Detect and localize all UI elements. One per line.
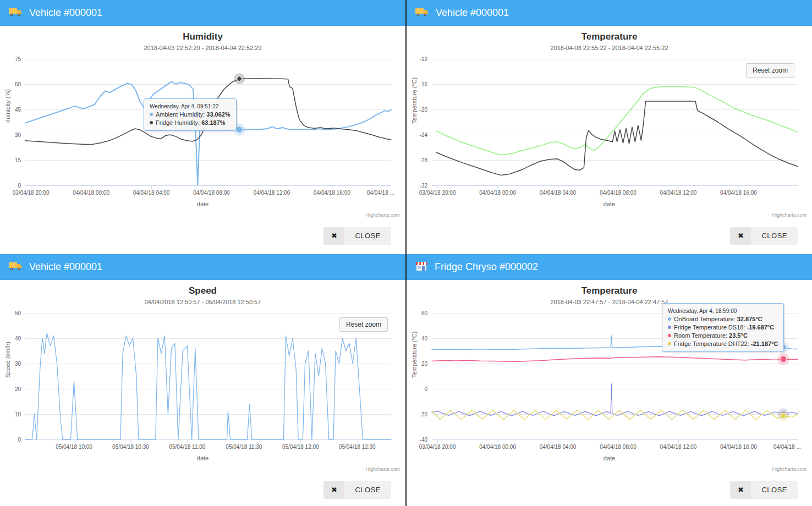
panel-header: Fridge Chryso #000002	[407, 254, 812, 280]
x-tick-label: 04/04/18 16:00	[720, 190, 757, 196]
series-line-speed	[25, 333, 391, 439]
y-tick-label: 0	[18, 437, 21, 443]
y-tick-label: -16	[420, 81, 427, 87]
tooltip-series-label: Fridge Temperature DHT22:	[674, 340, 751, 347]
humidity-plot[interactable]: Humidity (%) Wednesday, Apr 4, 09:51:22A…	[25, 59, 391, 185]
x-tick-label: 03/04/18 20:00	[419, 190, 456, 196]
panel-header: Vehicle #000001	[0, 0, 405, 26]
tooltip-header: Wednesday, Apr 4, 09:51:22	[150, 103, 231, 109]
tooltip-series-label: OnBoard Temperature:	[674, 316, 737, 322]
tooltip-row: Ambient Humidity: 33.062%	[150, 111, 231, 118]
close-icon: ✖	[730, 481, 751, 499]
close-button[interactable]: ✖ CLOSE	[323, 481, 391, 499]
panel-vehicle-humidity: Vehicle #000001 Humidity 2018-04-03 22:5…	[0, 0, 405, 252]
tooltip-row: Room Temperature: 23.5°C	[668, 332, 778, 339]
chart-area: Humidity 2018-04-03 22:52:29 - 2018-04-0…	[0, 26, 405, 219]
close-button[interactable]: ✖ CLOSE	[730, 481, 798, 499]
y-tick-label: 10	[15, 411, 21, 417]
x-tick-label: 04/04/18 04:00	[540, 444, 577, 450]
series-dot-icon	[668, 334, 671, 337]
tooltip-header: Wednesday, Apr 4, 18:59:00	[668, 308, 778, 314]
reset-zoom-button[interactable]: Reset zoom	[339, 317, 388, 332]
store-icon	[415, 261, 428, 274]
tooltip-series-value: 33.062%	[206, 111, 230, 118]
chart-subtitle: 04/04/2018 12:50:57 - 05/04/2018 12:50:5…	[0, 299, 405, 306]
close-icon: ✖	[730, 227, 751, 245]
x-tick-label: 04/04/18 04:00	[540, 190, 577, 196]
y-axis-label: Speed (km/h)	[4, 342, 11, 378]
y-tick-label: 20	[15, 386, 21, 392]
y-tick-label: 0	[18, 183, 21, 189]
x-tick-label: 03/04/18 20:00	[13, 190, 50, 196]
highcharts-credits[interactable]: Highcharts.com	[772, 212, 806, 218]
y-tick-label: -12	[420, 56, 427, 62]
panel-fridge-temperature: Fridge Chryso #000002 Temperature 2018-0…	[407, 254, 812, 506]
x-tick-label: 04/04/18 12:00	[660, 190, 697, 196]
speed-plot[interactable]: Speed (km/h) Reset zoom 0102030405005/04…	[25, 313, 391, 439]
panel-footer: ✖ CLOSE	[407, 474, 812, 506]
fridge-temperature-plot[interactable]: Temperature (°C) Wednesday, Apr 4, 18:59…	[432, 313, 798, 439]
tooltip-row: Fridge Temperature DHT22: -21.187°C	[668, 340, 778, 347]
x-tick-label: 04/04/18 04:00	[133, 190, 170, 196]
close-button[interactable]: ✖ CLOSE	[323, 227, 391, 245]
dashboard: Vehicle #000001 Humidity 2018-04-03 22:5…	[0, 0, 812, 506]
highcharts-credits[interactable]: Highcharts.com	[365, 466, 400, 472]
truck-icon	[415, 7, 429, 20]
panel-title: Vehicle #000001	[29, 261, 102, 273]
x-tick-label: 05/04/18 12:30	[339, 444, 376, 450]
y-tick-label: 15	[15, 157, 21, 163]
y-tick-label: 20	[421, 361, 427, 367]
y-tick-label: -20	[420, 107, 427, 113]
y-tick-label: -24	[420, 132, 427, 138]
chart-area: Temperature 2018-04-03 22:55:22 - 2018-0…	[407, 26, 812, 219]
tooltip-series-label: Ambient Humidity:	[156, 111, 206, 118]
x-tick-label: 04/04/18 08:00	[600, 190, 637, 196]
temperature-plot[interactable]: Temperature (°C) Reset zoom -32-28-24-20…	[432, 59, 798, 185]
x-tick-label: 05/04/18 10:30	[112, 444, 149, 450]
y-tick-label: 0	[424, 386, 427, 392]
series-line-fridge-temperature-ds18	[432, 384, 798, 416]
tooltip-series-value: 32.875°C	[737, 316, 762, 322]
x-tick-label: 05/04/18 10:00	[56, 444, 92, 450]
tooltip-series-label: Room Temperature:	[674, 332, 729, 339]
close-label: CLOSE	[751, 227, 798, 245]
highcharts-credits[interactable]: Highcharts.com	[365, 212, 400, 218]
x-tick-label: 04/04/18 00:00	[73, 190, 109, 196]
x-axis-title: date	[0, 455, 405, 461]
series-line-fridge-temperature-dht22	[432, 410, 798, 420]
y-tick-label: -32	[420, 183, 427, 189]
series-dot-icon	[150, 113, 153, 116]
panel-title: Fridge Chryso #000002	[435, 261, 538, 273]
tooltip-series-value: 63.187%	[201, 119, 225, 126]
x-tick-label: 05/04/18 11:00	[169, 444, 205, 450]
chart-title: Temperature	[407, 31, 812, 42]
chart-title: Temperature	[407, 285, 812, 296]
series-dot-icon	[668, 317, 671, 321]
y-axis-label: Temperature (°C)	[411, 332, 418, 378]
x-axis-title: date	[407, 201, 812, 207]
close-label: CLOSE	[751, 481, 798, 499]
x-axis-title: date	[0, 201, 405, 207]
chart-tooltip: Wednesday, Apr 4, 09:51:22Ambient Humidi…	[144, 98, 237, 131]
x-tick-label: 04/04/18 00:00	[479, 444, 516, 450]
x-tick-label: 03/04/18 20:00	[419, 444, 456, 450]
x-tick-label: 04/04/18 12:00	[254, 190, 290, 196]
tooltip-series-label: Fridge Temperature DS18:	[674, 324, 747, 331]
highcharts-credits[interactable]: Highcharts.com	[772, 466, 806, 472]
x-tick-label: 04/04/18 16:00	[314, 190, 350, 196]
close-label: CLOSE	[344, 227, 391, 245]
series-line-room-temperature	[432, 357, 798, 362]
chart-area: Speed 04/04/2018 12:50:57 - 05/04/2018 1…	[0, 280, 405, 474]
close-button[interactable]: ✖ CLOSE	[730, 227, 798, 245]
close-icon: ✖	[323, 227, 344, 245]
tooltip-series-value: -21.187°C	[751, 340, 778, 347]
y-tick-label: 75	[15, 56, 21, 62]
chart-title: Humidity	[0, 31, 405, 42]
reset-zoom-button[interactable]: Reset zoom	[746, 63, 794, 78]
panel-footer: ✖ CLOSE	[407, 219, 812, 252]
y-axis-label: Humidity (%)	[4, 89, 11, 124]
truck-icon	[8, 7, 23, 20]
x-tick-label: 04/04/18 ...	[367, 190, 394, 196]
y-tick-label: 30	[15, 361, 21, 367]
series-dot-icon	[668, 326, 671, 329]
